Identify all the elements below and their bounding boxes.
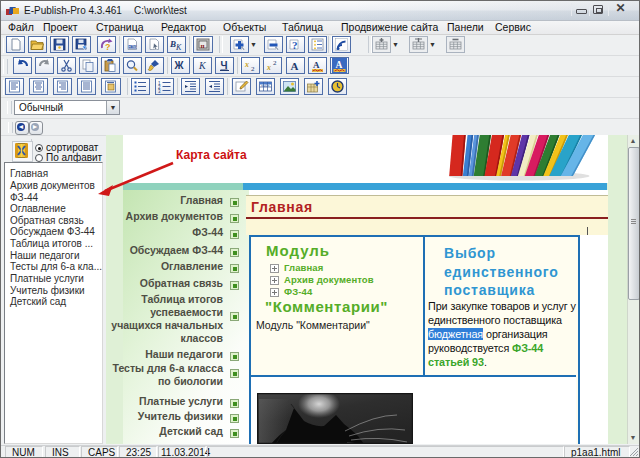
svg-text:K: K [198, 60, 207, 71]
svg-text:x: x [266, 63, 271, 72]
svg-text:табл: табл [261, 83, 270, 88]
svg-text:B: B [169, 39, 176, 49]
svg-text:x: x [244, 60, 249, 69]
svg-text:Ч: Ч [221, 60, 228, 71]
svg-text:2: 2 [273, 59, 277, 67]
svg-text:3: 3 [158, 89, 161, 94]
svg-text:A: A [291, 60, 299, 72]
svg-text:K: K [175, 43, 182, 52]
svg-text:Ж: Ж [174, 60, 185, 71]
svg-text:п: п [201, 42, 205, 50]
svg-text:A: A [336, 60, 343, 70]
svg-text:HTML: HTML [129, 45, 138, 49]
svg-text:?: ? [105, 42, 111, 52]
svg-text:2: 2 [251, 65, 255, 73]
svg-text:A: A [313, 60, 320, 70]
svg-text:?: ? [292, 39, 298, 51]
